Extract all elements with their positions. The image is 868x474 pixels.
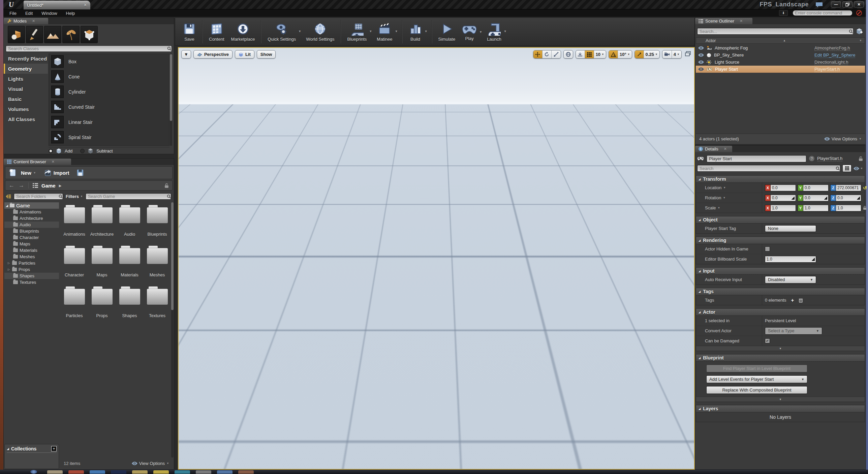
taskbar-app-icon[interactable] xyxy=(132,470,148,474)
place-mode-button[interactable] xyxy=(8,26,25,43)
level-tab[interactable]: Untitled*✕ xyxy=(24,1,90,9)
eye-icon[interactable] xyxy=(698,67,704,71)
level-label[interactable]: Level: Untitled (Persistent) xyxy=(628,462,689,467)
section-header[interactable]: ◢Tags xyxy=(696,288,865,295)
subtract-radio[interactable] xyxy=(80,149,85,153)
tree-item-architecture[interactable]: Architecture xyxy=(4,215,59,222)
display-filter-button[interactable]: ▼ xyxy=(854,167,863,170)
camera-speed-icon[interactable] xyxy=(662,50,672,58)
actor-name-input[interactable] xyxy=(707,155,806,162)
folder-audio[interactable]: Audio xyxy=(116,204,143,237)
help-icon[interactable]: ? xyxy=(809,156,814,161)
tab-details[interactable]: iDetails✕ xyxy=(695,146,732,152)
location-x-field[interactable]: X0.0 xyxy=(765,184,796,191)
section-header[interactable]: ◢Rendering xyxy=(696,237,865,244)
reset-icon[interactable]: ↺ xyxy=(863,185,867,191)
taskbar[interactable] xyxy=(0,470,868,474)
section-header[interactable]: ◢Input xyxy=(696,268,865,275)
add-actor-icon[interactable] xyxy=(856,28,863,35)
expander-icon[interactable]: ▼ xyxy=(696,397,865,402)
tree-item-maps[interactable]: Maps xyxy=(4,241,59,247)
scale-y-field[interactable]: Y1.0 xyxy=(798,205,829,211)
view-options-button[interactable]: View Options▼ xyxy=(824,136,862,141)
category-recently-placed[interactable]: Recently Placed xyxy=(4,54,48,64)
outliner-row-bp-sky-sphere[interactable]: BP_Sky_ShereEdit BP_Sky_Sphere xyxy=(696,52,865,59)
launch-button[interactable]: Launch▼ xyxy=(484,21,508,42)
property-matrix-button[interactable] xyxy=(842,165,851,172)
menu-help[interactable]: Help xyxy=(66,11,75,16)
source-control-icon[interactable]: ⬇ xyxy=(779,10,788,16)
billboard-scale-input[interactable]: 1.0 xyxy=(765,256,816,263)
paint-mode-button[interactable] xyxy=(26,26,43,43)
folder-particles[interactable]: Particles xyxy=(61,286,88,318)
tree-item-blueprints[interactable]: Blueprints xyxy=(4,228,59,234)
list-item-linear-stair[interactable]: Linear Stair xyxy=(49,114,169,130)
search-classes-input[interactable] xyxy=(6,45,172,52)
section-header[interactable]: ◢Transform xyxy=(696,176,865,183)
category-volumes[interactable]: Volumes xyxy=(4,104,48,114)
taskbar-app-icon[interactable] xyxy=(196,470,211,474)
minimize-icon[interactable]: — xyxy=(831,1,841,7)
restore-icon[interactable] xyxy=(842,1,852,7)
tree-item-game[interactable]: ◢Game xyxy=(4,202,59,209)
grid-snap-value[interactable]: 10▼ xyxy=(594,50,606,58)
column-options-icon[interactable]: ▼ xyxy=(859,39,862,42)
menu-window[interactable]: Window xyxy=(41,11,57,16)
scale-snap-value[interactable]: 0.25▼ xyxy=(644,50,659,58)
list-item-spiral-stair[interactable]: Spiral Stair xyxy=(49,130,169,145)
scale-x-field[interactable]: X1.0 xyxy=(765,205,796,211)
breadcrumb[interactable]: Game xyxy=(41,183,56,189)
build-button[interactable]: Build▼ xyxy=(405,21,429,42)
blueprints-button[interactable]: Blueprints▼ xyxy=(344,21,373,42)
add-collection-button[interactable]: + xyxy=(51,446,57,451)
folder-meshes[interactable]: Meshes xyxy=(144,245,170,277)
folder-materials[interactable]: Materials xyxy=(116,245,143,277)
player-start-tag-input[interactable]: None xyxy=(765,225,816,232)
new-button[interactable]: ​New▼ xyxy=(9,168,36,177)
tree-item-character[interactable]: Character xyxy=(4,234,59,241)
folder-textures[interactable]: Textures xyxy=(144,286,170,318)
tree-item-meshes[interactable]: Meshes xyxy=(4,253,59,260)
close-icon[interactable]: ✕ xyxy=(32,19,35,23)
import-button[interactable]: Import xyxy=(43,169,69,177)
taskbar-app-icon[interactable] xyxy=(68,470,84,474)
lock-icon[interactable] xyxy=(859,156,863,161)
viewport[interactable]: ▼ Perspective Lit Show 10▼ 10°▼ 0.25▼ 4▼ xyxy=(178,47,695,470)
perspective-button[interactable]: Perspective xyxy=(193,50,232,59)
outliner-row-light-source[interactable]: Light SourceDirectionalLight.h xyxy=(696,59,865,66)
folder-shapes[interactable]: Shapes xyxy=(116,286,143,318)
taskbar-app-icon[interactable] xyxy=(238,470,254,474)
close-icon[interactable]: ✕ xyxy=(854,1,864,7)
view-options-button[interactable]: View Options▼ xyxy=(132,461,169,466)
actor-class-link[interactable]: DirectionalLight.h xyxy=(814,60,848,65)
start-button[interactable] xyxy=(30,470,37,474)
actor-class-link[interactable]: AtmosphericFog.h xyxy=(814,45,850,51)
close-icon[interactable]: ✕ xyxy=(52,160,55,164)
eye-icon[interactable] xyxy=(698,53,704,57)
section-header[interactable]: ◢Layers xyxy=(696,405,865,412)
filters-button[interactable]: Filters▼ xyxy=(66,194,83,199)
taskbar-app-icon[interactable] xyxy=(217,470,232,474)
taskbar-app-icon[interactable] xyxy=(47,470,63,474)
can-be-damaged-checkbox[interactable]: ✔ xyxy=(765,338,770,343)
folder-character[interactable]: Character xyxy=(61,245,88,277)
category-basic[interactable]: Basic xyxy=(4,94,48,104)
tree-item-materials[interactable]: Materials xyxy=(4,247,59,253)
foliage-mode-button[interactable] xyxy=(62,26,80,43)
taskbar-app-icon[interactable] xyxy=(175,470,190,474)
section-header[interactable]: ◢Actor xyxy=(696,309,865,316)
auto-receive-input-dropdown[interactable]: Disabled▼ xyxy=(765,276,816,283)
eye-icon[interactable] xyxy=(698,46,704,50)
back-icon[interactable]: ← xyxy=(9,182,14,189)
tree-item-textures[interactable]: Textures xyxy=(4,279,59,285)
outliner-row-player-start[interactable]: Player StartPlayerStart.h xyxy=(696,66,865,73)
search-game-input[interactable] xyxy=(86,193,171,200)
matinee-button[interactable]: Matinee▼ xyxy=(373,21,399,42)
location-z-field[interactable]: Z272.000671 xyxy=(830,184,861,191)
quick-settings-button[interactable]: Quick Settings▼ xyxy=(264,21,303,42)
location-y-field[interactable]: Y0.0 xyxy=(798,184,829,191)
landscape-mode-button[interactable] xyxy=(44,26,61,43)
show-button[interactable]: Show xyxy=(257,50,276,59)
content-scrollbar[interactable] xyxy=(171,202,174,458)
category-lights[interactable]: Lights xyxy=(4,74,48,84)
